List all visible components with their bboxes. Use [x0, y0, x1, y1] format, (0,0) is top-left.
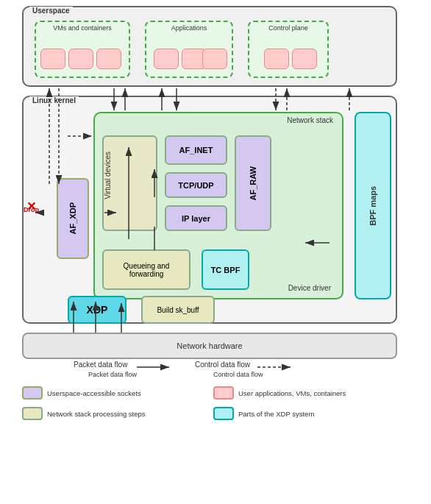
legend-xdp-label: Parts of the XDP system [238, 410, 314, 418]
diagram-container: Userspace VMs and containers Application… [0, 0, 431, 504]
legend-network-label: Network stack processing steps [47, 410, 146, 418]
userspace-label: Userspace [29, 7, 73, 15]
legend-network-box [22, 407, 43, 420]
af-inet-box: AF_INET [165, 135, 227, 165]
af-raw-box: AF_RAW [235, 135, 271, 231]
vms-box: VMs and containers [35, 21, 130, 78]
bpf-maps-label: BPF maps [368, 186, 377, 226]
af-inet-label: AF_INET [179, 146, 213, 155]
legend-user-apps-label: User applications, VMs, containers [238, 389, 346, 397]
tc-bpf-box: TC BPF [202, 249, 249, 290]
bpf-maps-box: BPF maps [355, 112, 391, 299]
userspace-box: Userspace VMs and containers Application… [22, 6, 397, 87]
legend-sockets-box [22, 386, 43, 400]
app-box-3 [202, 49, 227, 69]
apps-label: Applications [171, 24, 207, 32]
hardware-box: Network hardware [22, 333, 397, 359]
sk-buff-box: Build sk_buff [141, 296, 215, 324]
ip-layer-label: IP layer [182, 214, 210, 223]
virtual-devices-box: Virtual devices [102, 135, 157, 231]
sk-buff-label: Build sk_buff [157, 306, 199, 314]
device-driver-label: Device driver [288, 284, 331, 292]
queueing-label: Queueing and forwarding [107, 262, 186, 278]
legend-sockets: Userspace-accessible sockets [22, 386, 141, 400]
network-stack-box: Network stack Virtual devices AF_INET TC… [93, 112, 343, 299]
legend-sockets-label: Userspace-accessible sockets [47, 389, 141, 397]
virtual-devices-label: Virtual devices [104, 152, 112, 199]
af-xdp-label: AF_XDP [68, 202, 77, 234]
hardware-label: Network hardware [177, 341, 242, 350]
control-box-2 [292, 49, 317, 69]
kernel-box: Linux kernel AF_XDP Network stack Virtua… [22, 96, 397, 324]
network-stack-label: Network stack [287, 116, 333, 124]
control-flow-label: Control data flow [195, 361, 250, 369]
apps-box: Applications [145, 21, 233, 78]
control-label: Control plane [268, 24, 308, 32]
vm-box-2 [68, 49, 93, 69]
packet-flow-text: Packet data flow [88, 371, 137, 378]
queueing-box: Queueing and forwarding [102, 249, 190, 290]
tcp-udp-label: TCP/UDP [178, 181, 213, 190]
af-xdp-box: AF_XDP [57, 178, 89, 259]
xdp-label: XDP [87, 304, 108, 316]
legend-user-apps-box [213, 386, 234, 400]
legend-user-apps: User applications, VMs, containers [213, 386, 346, 400]
xdp-box: XDP [68, 296, 127, 324]
legend-network-steps: Network stack processing steps [22, 407, 146, 420]
tc-bpf-label: TC BPF [211, 266, 241, 274]
tcp-udp-box: TCP/UDP [165, 172, 227, 198]
vm-box-1 [40, 49, 65, 69]
vms-label: VMs and containers [53, 24, 112, 32]
control-box: Control plane [248, 21, 329, 78]
control-box-1 [264, 49, 289, 69]
packet-flow-label: Packet data flow [74, 361, 127, 369]
vm-box-3 [96, 49, 121, 69]
app-box-1 [154, 49, 179, 69]
kernel-label: Linux kernel [29, 96, 79, 104]
control-flow-text: Control data flow [213, 371, 263, 378]
legend-xdp-box [213, 407, 234, 420]
ip-layer-box: IP layer [165, 205, 227, 231]
drop-label: Drop [24, 206, 39, 213]
legend-xdp-system: Parts of the XDP system [213, 407, 314, 420]
af-raw-label: AF_RAW [249, 166, 257, 200]
